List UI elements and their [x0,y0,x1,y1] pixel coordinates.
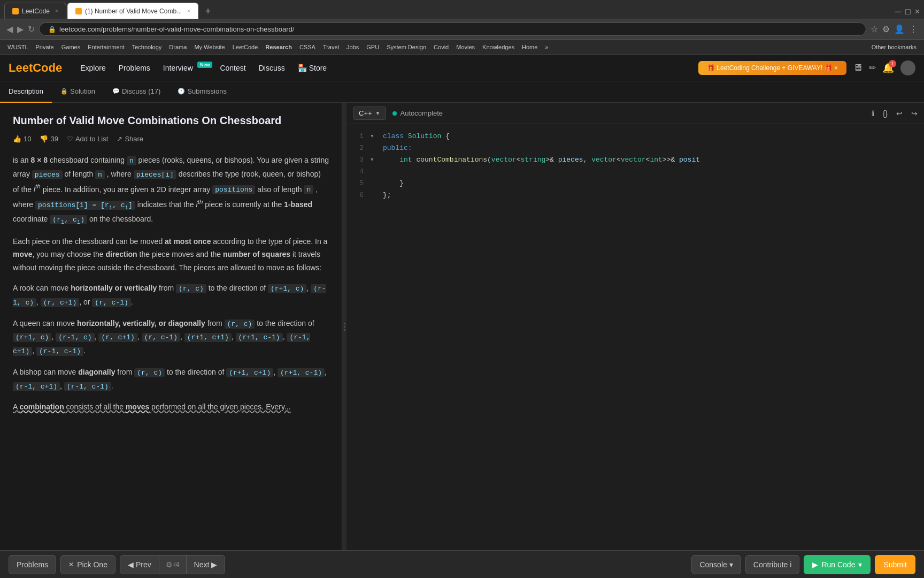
bookmark-covid[interactable]: Covid [430,43,452,51]
minimize-icon[interactable]: ─ [895,7,901,17]
bookmark-technology[interactable]: Technology [129,43,165,51]
bookmark-entertainment[interactable]: Entertainment [84,43,127,51]
close-icon[interactable]: × [915,7,920,17]
para-combination: A combination consists of all the moves … [13,400,329,414]
bookmark-travel[interactable]: Travel [320,43,342,51]
pick-one-x-icon: ✕ [68,561,74,568]
new-tab-button[interactable]: + [201,4,215,19]
forward-icon[interactable]: ▶ [17,24,24,34]
tab-submissions[interactable]: 🕐 Submissions [169,81,235,103]
line-marker-2 [370,142,376,154]
run-code-button[interactable]: ▶ Run Code ▾ [804,555,871,574]
giveaway-banner[interactable]: 🎁 LeetCoding Challenge + GIVEAWAY! 🎁 × [698,61,846,75]
prev-button[interactable]: ◀ Prev [120,555,159,574]
line-marker-3: ▾ [370,154,376,166]
notification-area[interactable]: 🔔 1 [882,62,894,74]
run-dropdown-icon: ▾ [858,560,862,569]
code-line-3: 3 ▾ int countCombinations(vector<string>… [353,154,918,166]
problems-button[interactable]: Problems [9,555,56,574]
add-to-list-label: Add to List [75,135,108,143]
submit-label: Submit [883,560,907,569]
menu-icon[interactable]: ⋮ [909,24,918,34]
pencil-icon[interactable]: ✏ [869,63,876,73]
dislike-button[interactable]: 👎 39 [40,135,58,143]
restore-icon[interactable]: □ [905,7,911,17]
problem-title: Number of Valid Move Combinations On Che… [13,113,329,127]
tab-description[interactable]: Description [0,81,52,103]
bookmark-games[interactable]: Games [58,43,83,51]
braces-icon[interactable]: {} [883,109,888,118]
tab-close-1[interactable]: × [55,8,58,14]
line-code-2: public: [383,142,412,154]
nav-contest[interactable]: Contest [214,60,251,75]
tab-leetcode[interactable]: LeetCode × [4,3,66,19]
tab-problem[interactable]: (1) Number of Valid Move Comb... × [67,3,198,19]
editor-icons-right: ℹ {} ↩ ↪ [872,109,918,118]
page-indicator: ⚙ /4 [159,555,186,574]
submissions-tab-icon: 🕐 [178,88,185,95]
nav-problems[interactable]: Problems [113,60,156,75]
next-button[interactable]: Next ▶ [186,555,226,574]
code-line-6: 6 }; [353,189,918,201]
nav-interview[interactable]: Interview [158,60,198,75]
pick-one-button[interactable]: ✕ Pick One [60,555,116,574]
like-button[interactable]: 👍 10 [13,135,31,143]
contribute-button[interactable]: Contribute i [745,555,800,574]
bookmark-leetcode[interactable]: LeetCode [229,43,261,51]
lc-nav: Explore Problems Interview New Contest D… [75,60,332,75]
bookmark-movies[interactable]: Movies [453,43,478,51]
language-selector[interactable]: C++ ▼ [353,107,386,120]
tab-solution[interactable]: 🔒 Solution [52,81,104,103]
browser-controls-right: ─ □ × [895,7,920,19]
extension-icon[interactable]: ⚙ [882,24,890,34]
nav-explore[interactable]: Explore [75,60,111,75]
address-input-wrapper[interactable]: 🔒 leetcode.com/problems/number-of-valid-… [39,22,866,36]
console-label: Console [699,560,727,569]
line-marker-6 [370,189,376,201]
screen-icon[interactable]: 🖥 [853,62,863,73]
info-icon[interactable]: ℹ [872,109,874,118]
bookmark-wustl[interactable]: WUSTL [4,43,32,51]
nav-store[interactable]: 🏪 Store [292,60,332,75]
code-editor[interactable]: 1 ▾ class Solution { 2 public: 3 ▾ int c… [346,124,924,550]
thumbsdown-icon: 👎 [40,135,48,143]
bookmark-otherbookmarks[interactable]: Other bookmarks [868,43,920,51]
line-num-3: 3 [353,154,364,166]
bookmark-icon[interactable]: ☆ [871,24,878,34]
bookmark-private[interactable]: Private [33,43,57,51]
lc-logo[interactable]: LeetCode [9,61,62,75]
avatar[interactable] [900,60,915,75]
like-count: 10 [24,135,31,143]
nav-interview-badge: New [197,62,213,68]
add-to-list-button[interactable]: ♡ Add to List [67,135,108,143]
para-1: is an 8 × 8 chessboard containing n piec… [13,154,329,227]
bookmark-jobs[interactable]: Jobs [343,43,362,51]
console-button[interactable]: Console ▾ [691,555,741,574]
next-label: Next [194,560,210,569]
code-line-5: 5 } [353,178,918,189]
bookmark-knowledges[interactable]: Knowledges [479,43,518,51]
redo-icon[interactable]: ↪ [911,109,918,118]
refresh-icon[interactable]: ↻ [28,24,35,34]
bookmark-drama[interactable]: Drama [166,43,190,51]
bookmark-research[interactable]: Research [262,43,295,51]
main-content: Number of Valid Move Combinations On Che… [0,103,924,550]
tab-close-2[interactable]: × [187,8,190,14]
nav-discuss[interactable]: Discuss [253,60,290,75]
panel-divider[interactable] [342,103,346,550]
bookmark-home[interactable]: Home [519,43,541,51]
bookmark-more[interactable]: » [542,43,551,51]
line-num-4: 4 [353,166,364,178]
bookmark-systemdesign[interactable]: System Design [383,43,429,51]
bookmark-mywebsite[interactable]: My Website [191,43,228,51]
tab-discuss[interactable]: 💬 Discuss (17) [104,81,169,103]
autocomplete-toggle[interactable]: Autocomplete [392,109,443,117]
autocomplete-label: Autocomplete [400,109,443,117]
back-icon[interactable]: ◀ [6,24,13,34]
profile-icon[interactable]: 👤 [894,24,905,34]
bookmark-cssa[interactable]: CSSA [296,43,319,51]
bookmark-gpu[interactable]: GPU [363,43,382,51]
submit-button[interactable]: Submit [875,555,915,574]
undo-icon[interactable]: ↩ [896,109,903,118]
share-button[interactable]: ↗ Share [117,135,143,143]
